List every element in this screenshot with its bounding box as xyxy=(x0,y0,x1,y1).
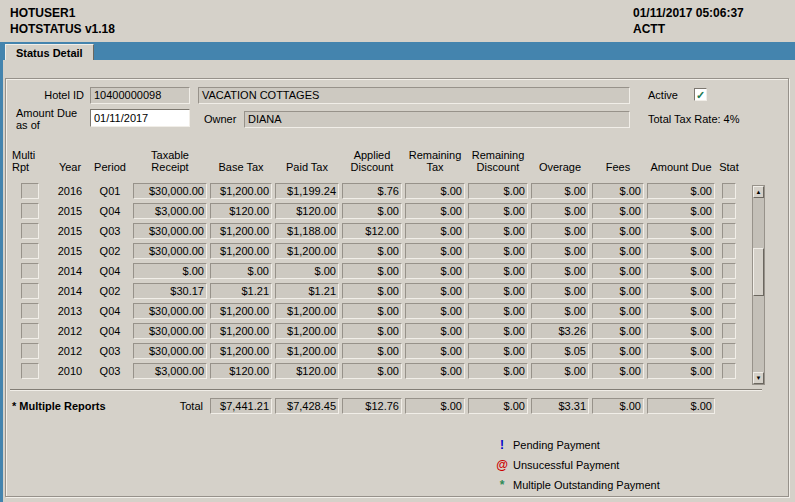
period-cell: Q04 xyxy=(90,305,130,317)
col-header-amount-due: Amount Due xyxy=(647,161,715,173)
check-icon: ✓ xyxy=(696,90,705,100)
table-scrollbar[interactable]: ▲ ▼ xyxy=(752,185,765,385)
paid-tax-cell: $1,200.00 xyxy=(275,243,339,259)
amount-due-cell: $.00 xyxy=(647,323,715,339)
table-row[interactable]: 2012 Q03 $30,000.00 $1,200.00 $1,200.00 … xyxy=(10,341,740,361)
base-tax-cell: $120.00 xyxy=(210,363,272,379)
amount-due-cell: $.00 xyxy=(647,183,715,199)
taxable-receipt-cell: $30,000.00 xyxy=(133,323,207,339)
table-row[interactable]: 2010 Q03 $3,000.00 $120.00 $120.00 $.00 … xyxy=(10,361,740,381)
applied-discount-cell: $.00 xyxy=(342,243,402,259)
paid-tax-cell: $1,200.00 xyxy=(275,303,339,319)
legend-item-multiple-outstanding: * Multiple Outstanding Payment xyxy=(494,475,660,495)
scroll-up-button[interactable]: ▲ xyxy=(753,186,764,198)
amount-due-as-of-label: Amount Due as of xyxy=(16,107,77,131)
col-header-base-tax: Base Tax xyxy=(210,161,272,173)
period-cell: Q02 xyxy=(90,245,130,257)
amount-due-label-line1: Amount Due xyxy=(16,107,77,119)
taxable-receipt-cell: $30,000.00 xyxy=(133,183,207,199)
year-cell: 2015 xyxy=(53,225,87,237)
period-cell: Q04 xyxy=(90,265,130,277)
stat-cell xyxy=(722,303,736,319)
pending-payment-icon: ! xyxy=(494,438,510,452)
remaining-tax-cell: $.00 xyxy=(405,183,465,199)
table-row[interactable]: 2015 Q03 $30,000.00 $1,200.00 $1,188.00 … xyxy=(10,221,740,241)
amount-due-date-input[interactable] xyxy=(90,109,190,127)
multi-rpt-cell xyxy=(21,263,39,279)
taxable-receipt-cell: $30,000.00 xyxy=(133,243,207,259)
payment-legend: ! Pending Payment @ Unsucessful Payment … xyxy=(494,435,660,495)
owner-field[interactable]: DIANA xyxy=(244,111,630,128)
col-header-fees: Fees xyxy=(592,161,644,173)
legend-item-unsuccessful: @ Unsucessful Payment xyxy=(494,455,660,475)
scroll-down-button[interactable]: ▼ xyxy=(753,372,764,384)
year-cell: 2012 xyxy=(53,345,87,357)
multi-rpt-cell xyxy=(21,303,39,319)
paid-tax-cell: $120.00 xyxy=(275,203,339,219)
amount-due-cell: $.00 xyxy=(647,363,715,379)
hotstatus-window: HOTUSER1 HOTSTATUS v1.18 01/11/2017 05:0… xyxy=(0,0,795,502)
remaining-tax-cell: $.00 xyxy=(405,363,465,379)
taxable-receipt-cell: $.00 xyxy=(133,263,207,279)
multi-rpt-cell xyxy=(21,203,39,219)
total-applied-discount: $12.76 xyxy=(342,398,402,414)
taxable-receipt-cell: $30,000.00 xyxy=(133,223,207,239)
amount-due-cell: $.00 xyxy=(647,283,715,299)
period-cell: Q02 xyxy=(90,285,130,297)
stat-cell xyxy=(722,203,736,219)
table-row[interactable]: 2014 Q04 $.00 $.00 $.00 $.00 $.00 $.00 $… xyxy=(10,261,740,281)
overage-cell: $.00 xyxy=(531,283,589,299)
total-paid-tax: $7,428.45 xyxy=(275,398,339,414)
total-fees: $.00 xyxy=(592,398,644,414)
table-row[interactable]: 2016 Q01 $30,000.00 $1,200.00 $1,199.24 … xyxy=(10,181,740,201)
period-cell: Q01 xyxy=(90,185,130,197)
remaining-tax-cell: $.00 xyxy=(405,223,465,239)
overage-cell: $.00 xyxy=(531,303,589,319)
year-cell: 2016 xyxy=(53,185,87,197)
overage-cell: $.00 xyxy=(531,243,589,259)
legend-item-pending: ! Pending Payment xyxy=(494,435,660,455)
total-remaining-tax: $.00 xyxy=(405,398,465,414)
fees-cell: $.00 xyxy=(592,323,644,339)
table-row[interactable]: 2014 Q02 $30.17 $1.21 $1.21 $.00 $.00 $.… xyxy=(10,281,740,301)
table-row[interactable]: 2015 Q02 $30,000.00 $1,200.00 $1,200.00 … xyxy=(10,241,740,261)
fees-cell: $.00 xyxy=(592,283,644,299)
hotel-id-field[interactable]: 10400000098 xyxy=(90,87,190,104)
col-header-overage: Overage xyxy=(531,161,589,173)
paid-tax-cell: $1,199.24 xyxy=(275,183,339,199)
period-cell: Q04 xyxy=(90,325,130,337)
amount-due-cell: $.00 xyxy=(647,223,715,239)
applied-discount-cell: $12.00 xyxy=(342,223,402,239)
remaining-discount-cell: $.00 xyxy=(468,323,528,339)
amount-due-cell: $.00 xyxy=(647,203,715,219)
remaining-tax-cell: $.00 xyxy=(405,303,465,319)
table-footer-row: * Multiple Reports Total $7,441.21 $7,42… xyxy=(10,396,740,416)
multi-rpt-cell xyxy=(21,323,39,339)
amount-due-cell: $.00 xyxy=(647,263,715,279)
year-cell: 2010 xyxy=(53,365,87,377)
tab-status-detail[interactable]: Status Detail xyxy=(5,44,94,60)
active-checkbox[interactable]: ✓ xyxy=(694,88,707,101)
fees-cell: $.00 xyxy=(592,183,644,199)
hotel-name-field[interactable]: VACATION COTTAGES xyxy=(198,87,630,104)
applied-discount-cell: $.00 xyxy=(342,343,402,359)
table-row[interactable]: 2012 Q04 $30,000.00 $1,200.00 $1,200.00 … xyxy=(10,321,740,341)
base-tax-cell: $1,200.00 xyxy=(210,183,272,199)
multi-rpt-cell xyxy=(21,183,39,199)
year-cell: 2014 xyxy=(53,285,87,297)
taxable-receipt-cell: $3,000.00 xyxy=(133,363,207,379)
table-row[interactable]: 2015 Q04 $3,000.00 $120.00 $120.00 $.00 … xyxy=(10,201,740,221)
base-tax-cell: $1,200.00 xyxy=(210,303,272,319)
username: HOTUSER1 xyxy=(10,5,115,21)
scrollbar-thumb[interactable] xyxy=(753,248,764,296)
multi-rpt-cell xyxy=(21,343,39,359)
total-label: Total xyxy=(133,400,207,412)
stat-cell xyxy=(722,363,736,379)
up-arrow-icon: ▲ xyxy=(756,189,762,195)
remaining-discount-cell: $.00 xyxy=(468,183,528,199)
table-row[interactable]: 2013 Q04 $30,000.00 $1,200.00 $1,200.00 … xyxy=(10,301,740,321)
year-cell: 2012 xyxy=(53,325,87,337)
stat-cell xyxy=(722,243,736,259)
fees-cell: $.00 xyxy=(592,203,644,219)
taxable-receipt-cell: $3,000.00 xyxy=(133,203,207,219)
